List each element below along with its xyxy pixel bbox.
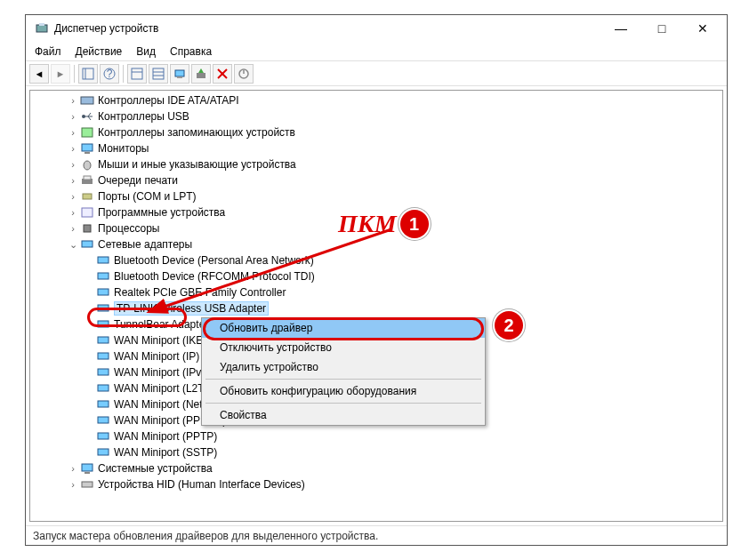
tree-cat-hid[interactable]: ›Устройства HID (Human Interface Devices… — [30, 476, 722, 492]
svg-rect-8 — [153, 68, 164, 79]
software-icon — [80, 206, 94, 219]
svg-rect-33 — [82, 241, 93, 247]
tb-view-icon[interactable] — [78, 64, 98, 84]
printer-icon — [80, 174, 94, 187]
svg-rect-31 — [82, 208, 93, 217]
adapter-icon — [96, 350, 110, 363]
tb-view3-icon[interactable] — [149, 64, 168, 84]
svg-rect-32 — [84, 225, 91, 232]
ctx-separator — [205, 403, 481, 404]
ctx-properties[interactable]: Свойства — [202, 405, 485, 425]
menu-action[interactable]: Действие — [70, 44, 128, 60]
usb-icon — [80, 110, 94, 123]
port-icon — [80, 190, 94, 203]
svg-rect-37 — [98, 305, 109, 311]
close-button[interactable]: ✕ — [682, 15, 723, 42]
svg-rect-24 — [82, 128, 93, 137]
device-manager-window: Диспетчер устройств — □ ✕ Файл Действие … — [25, 14, 728, 546]
svg-rect-36 — [98, 289, 109, 295]
device-tree[interactable]: ›Контроллеры IDE ATA/ATAPI ›Контроллеры … — [29, 90, 723, 522]
menu-file[interactable]: Файл — [29, 44, 67, 60]
svg-rect-6 — [132, 68, 142, 79]
menu-view[interactable]: Вид — [131, 44, 161, 60]
svg-rect-40 — [98, 353, 109, 359]
svg-rect-1 — [39, 23, 44, 26]
tree-cat-ide[interactable]: ›Контроллеры IDE ATA/ATAPI — [30, 92, 722, 108]
svg-line-22 — [88, 113, 91, 116]
tree-cat-storage[interactable]: ›Контроллеры запоминающих устройств — [30, 124, 722, 140]
statusbar: Запуск мастера обновления драйверов для … — [26, 525, 727, 545]
back-button[interactable]: ◄ — [29, 64, 49, 84]
adapter-item[interactable]: WAN Miniport (SSTP) — [30, 444, 722, 460]
adapter-icon — [96, 302, 110, 315]
tb-view2-icon[interactable] — [127, 64, 147, 84]
menu-help[interactable]: Справка — [165, 44, 217, 60]
svg-line-23 — [88, 116, 91, 120]
adapter-item[interactable]: WAN Miniport (PPTP) — [30, 428, 722, 444]
tree-cat-monitors[interactable]: ›Мониторы — [30, 140, 722, 156]
ctx-separator — [205, 379, 481, 380]
tb-delete-icon[interactable] — [213, 64, 232, 84]
menubar: Файл Действие Вид Справка — [26, 42, 727, 61]
svg-rect-38 — [98, 321, 109, 327]
adapter-icon — [96, 318, 110, 331]
svg-rect-29 — [84, 176, 91, 180]
tb-update-icon[interactable] — [170, 64, 189, 84]
svg-rect-45 — [98, 433, 109, 439]
ctx-update-driver[interactable]: Обновить драйвер — [202, 318, 485, 338]
svg-rect-44 — [98, 417, 109, 423]
svg-rect-11 — [175, 70, 184, 76]
ctx-scan-hardware[interactable]: Обновить конфигурацию оборудования — [202, 381, 485, 401]
adapter-item-selected[interactable]: TP-LINK Wireless USB Adapter — [30, 300, 722, 316]
monitor-icon — [80, 142, 94, 155]
tb-install-icon[interactable] — [191, 64, 211, 84]
ctx-disable-device[interactable]: Отключить устройство — [202, 338, 485, 357]
svg-rect-35 — [98, 273, 109, 279]
tb-disable-icon[interactable] — [234, 64, 254, 84]
adapter-icon — [96, 446, 110, 459]
tree-cat-network[interactable]: ⌄Сетевые адаптеры — [30, 236, 722, 252]
tree-cat-usb[interactable]: ›Контроллеры USB — [30, 108, 722, 124]
tree-cat-ports[interactable]: ›Порты (COM и LPT) — [30, 188, 722, 204]
svg-rect-25 — [82, 144, 93, 151]
tree-cat-mice[interactable]: ›Мыши и иные указывающие устройства — [30, 156, 722, 172]
svg-rect-30 — [83, 194, 92, 199]
maximize-button[interactable]: □ — [641, 15, 682, 42]
hid-icon — [80, 478, 94, 491]
system-icon — [80, 462, 94, 475]
mouse-icon — [80, 158, 94, 171]
svg-rect-42 — [98, 385, 109, 391]
svg-rect-19 — [81, 97, 93, 104]
storage-icon — [80, 126, 94, 139]
adapter-item[interactable]: Bluetooth Device (Personal Area Network) — [30, 252, 722, 268]
minimize-button[interactable]: — — [600, 15, 641, 42]
adapter-item[interactable]: Bluetooth Device (RFCOMM Protocol TDI) — [30, 268, 722, 284]
tb-help-icon[interactable]: ? — [100, 64, 119, 84]
svg-rect-12 — [177, 76, 182, 78]
context-menu: Обновить драйвер Отключить устройство Уд… — [201, 317, 486, 426]
adapter-icon — [96, 430, 110, 443]
svg-rect-48 — [85, 472, 90, 474]
cpu-icon — [80, 222, 94, 235]
svg-marker-14 — [198, 68, 204, 73]
adapter-icon — [96, 254, 110, 267]
adapter-icon — [96, 398, 110, 411]
annotation-step2: 2 — [495, 311, 523, 340]
forward-button[interactable]: ► — [51, 64, 70, 84]
adapter-icon — [96, 286, 110, 299]
svg-rect-26 — [85, 152, 90, 154]
titlebar[interactable]: Диспетчер устройств — □ ✕ — [26, 15, 727, 42]
tree-cat-sysdev[interactable]: ›Системные устройства — [30, 460, 722, 476]
svg-rect-2 — [83, 68, 93, 79]
svg-rect-0 — [36, 25, 47, 32]
svg-rect-39 — [98, 337, 109, 343]
svg-text:?: ? — [107, 68, 113, 80]
tree-cat-printq[interactable]: ›Очереди печати — [30, 172, 722, 188]
adapter-icon — [96, 366, 110, 379]
adapter-item[interactable]: Realtek PCIe GBE Family Controller — [30, 284, 722, 300]
svg-rect-34 — [98, 257, 109, 263]
adapter-icon — [96, 382, 110, 395]
ctx-delete-device[interactable]: Удалить устройство — [202, 357, 485, 377]
network-icon — [80, 238, 94, 251]
adapter-icon — [96, 334, 110, 347]
